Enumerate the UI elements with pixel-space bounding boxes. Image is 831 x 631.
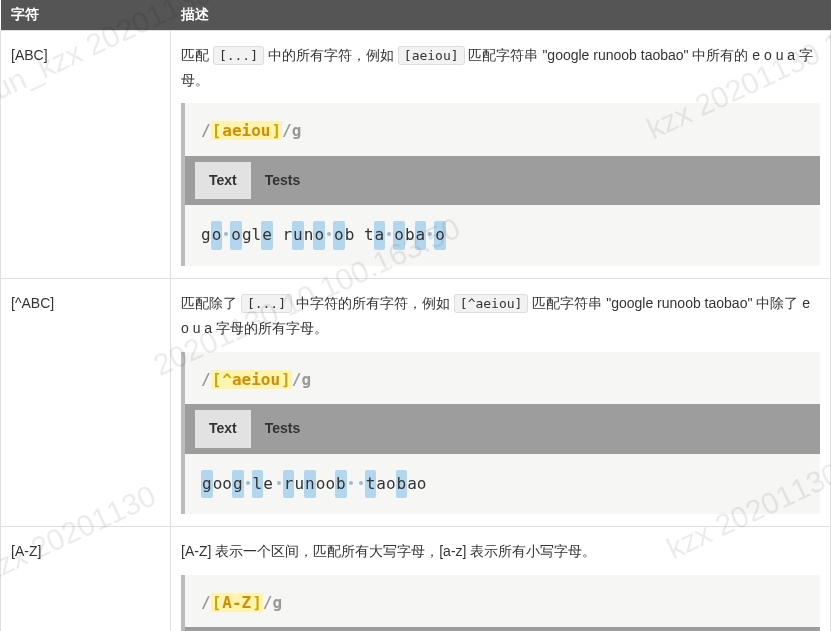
regex-slash: /	[201, 370, 211, 389]
plain-text: n	[304, 225, 314, 244]
match-separator-dot	[428, 232, 432, 236]
match-separator-dot	[277, 481, 281, 485]
desc-text: [A-Z] 表示一个区间，匹配所有大写字母，[a-z] 表示所有小写字母。	[181, 539, 820, 564]
plain-text: g	[201, 225, 211, 244]
regex-source: /[^aeiou]/g	[185, 352, 820, 405]
regex-bracket: ]	[270, 121, 282, 140]
match-highlight: n	[304, 470, 316, 499]
regex-result: google runoob taobao	[185, 205, 820, 266]
plain-text: e	[263, 474, 273, 493]
desc-cell: [A-Z] 表示一个区间，匹配所有大写字母，[a-z] 表示所有小写字母。/[A…	[171, 527, 831, 631]
plain-text	[354, 225, 364, 244]
regex-source: /[aeiou]/g	[185, 103, 820, 156]
regex-bracket: [	[211, 121, 223, 140]
match-highlight: o	[230, 221, 242, 250]
tabs: TextTests	[185, 156, 820, 205]
regex-slash: /	[201, 593, 211, 612]
regex-bracket: ]	[280, 370, 292, 389]
match-highlight: o	[333, 221, 345, 250]
regex-source: /[A-Z]/g	[185, 575, 820, 628]
header-char: 字符	[1, 0, 171, 31]
match-highlight: g	[232, 470, 244, 499]
desc-cell: 匹配 [...] 中的所有字符，例如 [aeiou] 匹配字符串 "google…	[171, 31, 831, 279]
tabs: TextTests	[185, 404, 820, 453]
header-desc: 描述	[171, 0, 831, 31]
match-highlight: a	[374, 221, 386, 250]
match-separator-dot	[349, 481, 353, 485]
match-separator-dot	[246, 481, 250, 485]
match-highlight: a	[415, 221, 427, 250]
regex-caret: ^	[222, 370, 232, 389]
plain-text: b	[345, 225, 355, 244]
regex-slash: /	[292, 370, 302, 389]
match-separator-dot	[224, 232, 228, 236]
regex-bracket: ]	[251, 593, 263, 612]
tab-tests[interactable]: Tests	[251, 410, 315, 447]
regex-slash: /	[201, 121, 211, 140]
match-highlight: g	[201, 470, 213, 499]
regex-box: /[aeiou]/gTextTestsgoogle runoob taobao	[181, 103, 820, 266]
plain-text: r	[282, 225, 292, 244]
regex-body: aeiou	[222, 121, 270, 140]
match-highlight: o	[393, 221, 405, 250]
regex-body: A-Z	[222, 593, 251, 612]
inline-code: [...]	[241, 294, 292, 313]
match-highlight: b	[396, 470, 408, 499]
tab-text[interactable]: Text	[195, 410, 251, 447]
tab-text[interactable]: Text	[195, 162, 251, 199]
inline-code: [aeiou]	[398, 46, 465, 65]
regex-box: /[^aeiou]/gTextTestsgoogle runoob taobao	[181, 352, 820, 515]
regex-bracket: [	[211, 370, 223, 389]
plain-text: b	[405, 225, 415, 244]
plain-text: oo	[213, 474, 232, 493]
match-highlight: r	[283, 470, 295, 499]
regex-flags: g	[292, 121, 302, 140]
match-separator-dot	[387, 232, 391, 236]
regex-table: 字符 描述 [ABC]匹配 [...] 中的所有字符，例如 [aeiou] 匹配…	[0, 0, 831, 631]
desc-text: 匹配 [...] 中的所有字符，例如 [aeiou] 匹配字符串 "google…	[181, 43, 820, 93]
plain-text: t	[364, 225, 374, 244]
regex-bracket: [	[211, 593, 223, 612]
tab-tests[interactable]: Tests	[251, 162, 315, 199]
regex-body: aeiou	[232, 370, 280, 389]
plain-text: ao	[407, 474, 426, 493]
inline-code: [^aeiou]	[454, 294, 529, 313]
desc-text: 匹配除了 [...] 中字符的所有字符，例如 [^aeiou] 匹配字符串 "g…	[181, 291, 820, 341]
regex-flags: g	[301, 370, 311, 389]
char-cell: [ABC]	[1, 31, 171, 279]
match-highlight: e	[261, 221, 273, 250]
inline-code: [...]	[213, 46, 264, 65]
regex-flags: g	[272, 593, 282, 612]
match-highlight: o	[313, 221, 325, 250]
match-highlight: o	[434, 221, 446, 250]
plain-text: ao	[376, 474, 395, 493]
plain-text: u	[294, 474, 304, 493]
desc-cell: 匹配除了 [...] 中字符的所有字符，例如 [^aeiou] 匹配字符串 "g…	[171, 279, 831, 527]
regex-box: /[A-Z]/gTextTestsGoogle RunooB Taobao	[181, 575, 820, 632]
tabs: TextTests	[185, 627, 820, 631]
match-highlight: b	[335, 470, 347, 499]
plain-text: oo	[316, 474, 335, 493]
match-separator-dot	[327, 232, 331, 236]
match-separator-dot	[359, 481, 363, 485]
match-highlight: l	[252, 470, 264, 499]
regex-result: google runoob taobao	[185, 454, 820, 515]
match-highlight: u	[292, 221, 304, 250]
match-highlight: t	[365, 470, 377, 499]
char-cell: [A-Z]	[1, 527, 171, 631]
char-cell: [^ABC]	[1, 279, 171, 527]
match-highlight: o	[211, 221, 223, 250]
regex-slash: /	[282, 121, 292, 140]
plain-text: gl	[242, 225, 261, 244]
